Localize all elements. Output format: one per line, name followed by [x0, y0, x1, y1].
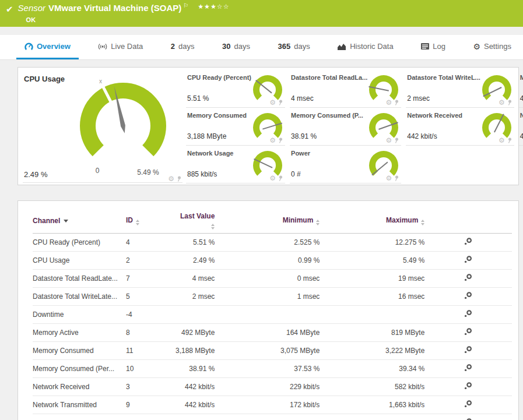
- gauge-pin-icon[interactable]: [394, 175, 399, 181]
- object-kind-label: Sensor: [18, 3, 46, 13]
- main-gauge-value: 2.49 %: [24, 170, 47, 179]
- cell-minimum: 2.525 %: [215, 234, 320, 252]
- cpu-usage-gauge: x̄: [73, 79, 173, 176]
- cell-channel: Memory Consumed (Per...: [33, 360, 126, 378]
- star-filled-icon[interactable]: ★: [198, 3, 204, 10]
- gauge-pin-icon[interactable]: [507, 100, 512, 105]
- table-row: Network Received3442 kbit/s229 kbit/s582…: [33, 378, 512, 396]
- column-header-id[interactable]: ID: [126, 209, 175, 234]
- cell-last-value: 442 kbit/s: [175, 378, 215, 396]
- gauge-cell-icons: ⚙: [168, 176, 181, 182]
- star-filled-icon[interactable]: ★: [210, 3, 217, 10]
- mini-gauge-grid: CPU Ready (Percent)5.51 %⚙Datastore Tota…: [185, 70, 515, 183]
- tab-overview[interactable]: Overview: [16, 35, 79, 59]
- cell-last-value: 5.51 %: [175, 234, 215, 252]
- cell-minimum: 0.99 %: [215, 252, 320, 270]
- gauge-gear-icon[interactable]: ⚙: [386, 100, 392, 105]
- cell-channel: Datastore Total WriteLate...: [33, 288, 126, 306]
- channel-settings-icon[interactable]: [464, 400, 472, 408]
- tab-log[interactable]: Log: [413, 35, 454, 59]
- gauge-pin-icon[interactable]: [394, 137, 399, 143]
- historic-chart-icon: [338, 43, 346, 50]
- main-gauge-cell: CPU Usage x̄ 2.49 % 0 5.49 % ⚙: [18, 68, 186, 185]
- tab-label: days: [178, 42, 194, 51]
- cell-id: 2: [126, 252, 175, 270]
- sensor-title-line: Sensor VMware Virtual Machine (SOAP) ⚐ ★…: [18, 3, 230, 15]
- mini-gauge-memory-active: Memory Active492 MByte⚙: [519, 70, 523, 108]
- column-header-channel[interactable]: Channel: [33, 209, 126, 234]
- gauge-gear-icon[interactable]: ⚙: [386, 137, 392, 143]
- column-header-maximum[interactable]: Maximum: [320, 209, 424, 234]
- mini-gauge-memory-consumed-p: Memory Consumed (P...38.91 %⚙: [290, 108, 401, 146]
- table-row: CPU Ready (Percent)45.51 %2.525 %12.275 …: [33, 234, 512, 252]
- cell-maximum: 5.49 %: [320, 252, 424, 270]
- channel-settings-icon[interactable]: [464, 328, 472, 336]
- gauge-pin-icon[interactable]: [278, 137, 283, 143]
- gauge-gear-icon[interactable]: ⚙: [499, 100, 505, 105]
- cell-channel: Downtime: [33, 306, 126, 324]
- tab-live-data[interactable]: Live Data: [90, 35, 151, 59]
- table-row: Network Transmitted9442 kbit/s172 kbit/s…: [33, 396, 512, 414]
- channel-settings-icon[interactable]: [464, 364, 472, 372]
- channel-settings-icon[interactable]: [464, 382, 472, 390]
- cell-last-value: 38.91 %: [175, 360, 215, 378]
- channel-settings-icon[interactable]: [464, 256, 472, 263]
- mini-gauge-title: Network Transmitted: [519, 108, 523, 119]
- cell-last-value: 2.49 %: [175, 252, 215, 270]
- tab-365-days[interactable]: 365days: [270, 35, 318, 59]
- gauge-gear-icon[interactable]: ⚙: [168, 176, 174, 182]
- tab-number: 30: [222, 42, 230, 51]
- column-header-last-value[interactable]: Last Value: [175, 209, 215, 234]
- sort-icons: [136, 220, 139, 225]
- sensor-title: VMware Virtual Machine (SOAP): [48, 3, 181, 13]
- cell-minimum: 1 msec: [215, 288, 320, 306]
- gauge-gear-icon[interactable]: ⚙: [269, 100, 276, 105]
- tab-bar: OverviewLive Data2days30days365daysHisto…: [0, 35, 523, 60]
- gauge-pin-icon[interactable]: [507, 137, 512, 143]
- gauge-pin-icon[interactable]: [278, 175, 283, 181]
- mini-gauge-value: 3,188 MByte: [187, 132, 226, 140]
- tab-number: 365: [278, 42, 291, 51]
- sensor-header: ✔ Sensor VMware Virtual Machine (SOAP) ⚐…: [0, 0, 523, 27]
- gauge-gear-icon[interactable]: ⚙: [269, 175, 276, 181]
- tab-label: Overview: [37, 42, 71, 51]
- cell-maximum: 39.34 %: [320, 360, 424, 378]
- mini-gauge-value: 492 MByte: [520, 94, 523, 103]
- tab-label: Log: [433, 42, 445, 51]
- cell-minimum: 3,075 MByte: [215, 342, 320, 360]
- channel-settings-icon[interactable]: [464, 346, 472, 354]
- table-row: Network Usage6885 kbit/s401 kbit/s2,253 …: [33, 414, 512, 420]
- channel-settings-icon[interactable]: [464, 274, 472, 281]
- gauge-gear-icon[interactable]: ⚙: [499, 137, 505, 143]
- tab-label: Live Data: [111, 42, 143, 51]
- star-empty-icon[interactable]: ☆: [223, 3, 230, 10]
- cell-channel: Network Transmitted: [33, 396, 126, 414]
- gauge-gear-icon[interactable]: ⚙: [386, 175, 392, 181]
- cell-maximum: 16 msec: [320, 288, 424, 306]
- gauge-cell-icons: ⚙: [386, 100, 399, 105]
- star-empty-icon[interactable]: ☆: [217, 3, 223, 10]
- tab-label: days: [294, 42, 310, 51]
- gauge-pin-icon[interactable]: [394, 100, 399, 105]
- cell-channel: Memory Consumed: [33, 342, 126, 360]
- priority-stars[interactable]: ★★★☆☆: [198, 1, 229, 12]
- tab-2-days[interactable]: 2days: [163, 35, 203, 59]
- tab-30-days[interactable]: 30days: [214, 35, 258, 59]
- column-header-minimum[interactable]: Minimum: [215, 209, 320, 234]
- channel-settings-icon[interactable]: [464, 292, 472, 299]
- cell-last-value: 492 MByte: [175, 324, 215, 342]
- gauge-pin-icon[interactable]: [278, 100, 283, 105]
- mini-gauge-network-transmitted: Network Transmitted442 kbit/s⚙: [519, 108, 523, 146]
- mini-gauge-value: 38.91 %: [291, 132, 317, 140]
- gauge-gear-icon[interactable]: ⚙: [269, 137, 276, 143]
- cell-id: -4: [126, 306, 175, 324]
- star-filled-icon[interactable]: ★: [204, 3, 210, 10]
- tab-settings[interactable]: ⚙Settings: [465, 35, 520, 59]
- cell-channel: CPU Usage: [33, 252, 126, 270]
- gauge-pin-icon[interactable]: [176, 176, 181, 182]
- priority-flag-icon[interactable]: ⚐: [183, 1, 188, 11]
- channel-settings-icon[interactable]: [464, 310, 472, 317]
- channel-settings-icon[interactable]: [464, 238, 472, 245]
- channel-table: Channel ID Last Value Minimum Maximum CP…: [33, 209, 512, 420]
- tab-historic-data[interactable]: Historic Data: [329, 35, 401, 59]
